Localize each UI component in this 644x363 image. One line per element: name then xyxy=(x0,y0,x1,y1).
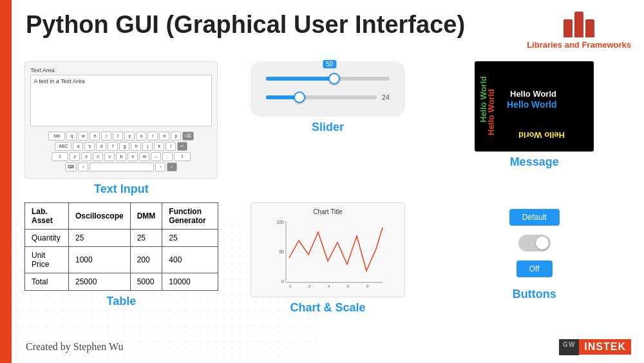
table-row: Total 25000 5000 10000 xyxy=(25,273,218,291)
textarea-label: Text Area xyxy=(30,67,212,74)
slider-1-container: 50 xyxy=(266,77,390,81)
kb-g[interactable]: g xyxy=(119,142,129,151)
kb-q[interactable]: q xyxy=(66,132,77,141)
kb-e[interactable]: e xyxy=(90,132,100,141)
off-button[interactable]: Off xyxy=(516,260,553,277)
td-unit-price-fg: 400 xyxy=(162,247,218,273)
text-input-widget: Text Area A text in a Text Area tab q w … xyxy=(24,61,218,179)
kb-abc[interactable]: ABC xyxy=(55,142,71,151)
chart-svg: 100 50 0 0 2 4 6 8 xyxy=(256,218,399,289)
chart-x-tick-3: 4 xyxy=(328,284,330,288)
kb-j[interactable]: j xyxy=(142,142,153,151)
kb-u[interactable]: u xyxy=(136,132,146,141)
logo-bar-1 xyxy=(564,19,573,37)
toggle-knob xyxy=(536,237,549,250)
left-accent-bar xyxy=(0,0,12,363)
kb-v[interactable]: v xyxy=(104,152,115,161)
logo-bar-2 xyxy=(574,12,583,37)
kb-tab[interactable]: tab xyxy=(48,132,65,141)
chart-line xyxy=(289,228,383,271)
message-svg: Hello World Hello World Hello World Hell… xyxy=(475,61,594,152)
kb-dot[interactable]: . xyxy=(162,152,173,161)
kb-k[interactable]: k xyxy=(154,142,164,151)
kb-b[interactable]: b xyxy=(116,152,126,161)
slider-cell: 50 24 Slider xyxy=(231,61,425,196)
td-quantity-label: Quantity xyxy=(25,230,69,247)
kb-space[interactable] xyxy=(90,162,154,172)
hw-text-yellow: Hello World xyxy=(518,130,565,140)
slider-label: Slider xyxy=(312,121,344,134)
td-total-dmm: 5000 xyxy=(130,273,162,291)
slider-1-track: 50 xyxy=(266,77,390,81)
toggle-switch[interactable] xyxy=(518,235,551,251)
kb-t[interactable]: t xyxy=(113,132,123,141)
kb-f[interactable]: f xyxy=(108,142,118,151)
kb-s[interactable]: s xyxy=(84,142,95,151)
kb-m[interactable]: m xyxy=(139,152,149,161)
th-function-gen: Function Generator xyxy=(162,203,218,230)
table-row: Unit Price 1000 200 400 xyxy=(25,247,218,273)
table-widget: Lab. Asset Oscilloscope DMM Function Gen… xyxy=(24,202,218,291)
slider-2-container: 24 xyxy=(266,93,390,101)
kb-d[interactable]: d xyxy=(96,142,106,151)
slider-1-thumb[interactable]: 50 xyxy=(328,73,340,84)
table-row: Quantity 25 25 25 xyxy=(25,230,218,247)
kb-n[interactable]: n xyxy=(128,152,138,161)
th-lab-asset: Lab. Asset xyxy=(25,203,69,230)
kb-check[interactable]: ✓ xyxy=(167,162,177,172)
chart-x-tick-4: 6 xyxy=(347,284,350,288)
header: Python GUI (Graphical User Interface) Li… xyxy=(26,12,631,50)
th-oscilloscope: Oscilloscope xyxy=(68,203,130,230)
td-quantity-dmm: 25 xyxy=(130,230,162,247)
buttons-label: Buttons xyxy=(513,288,556,301)
kb-shift-r[interactable]: ⇧ xyxy=(174,152,191,161)
kb-c[interactable]: c xyxy=(93,152,103,161)
kb-row-4: ⌨ ‹ › ✓ xyxy=(30,162,212,172)
gw-instek-logo: GW INSTEK xyxy=(559,339,631,355)
kb-y[interactable]: y xyxy=(124,132,135,141)
libraries-label: Libraries and Frameworks xyxy=(527,40,631,50)
kb-left[interactable]: ‹ xyxy=(78,162,88,172)
kb-h[interactable]: h xyxy=(131,142,141,151)
kb-x[interactable]: x xyxy=(81,152,91,161)
kb-backspace[interactable]: ⌫ xyxy=(182,132,194,141)
gw-logo-part: GW xyxy=(559,339,579,355)
kb-p[interactable]: p xyxy=(171,132,181,141)
chart-y-label-100: 100 xyxy=(276,220,284,224)
content-grid: Text Area A text in a Text Area tab q w … xyxy=(24,61,631,315)
kb-l[interactable]: l xyxy=(166,142,176,151)
chart-x-tick-5: 8 xyxy=(366,284,369,288)
th-dmm: DMM xyxy=(130,203,162,230)
slider-1-value: 50 xyxy=(323,60,336,68)
kb-row-3: ⇧ z x c v b n m – . ⇧ xyxy=(30,152,212,161)
textarea-box[interactable]: A text in a Text Area xyxy=(30,75,212,126)
text-input-label: Text Input xyxy=(94,182,149,196)
chart-widget: Chart Title 100 50 0 0 2 4 6 8 xyxy=(251,202,405,297)
kb-row-2: ABC a s d f g h j k l ↵ xyxy=(30,142,212,151)
kb-r[interactable]: r xyxy=(101,132,111,141)
kb-shift-l[interactable]: ⇧ xyxy=(52,152,68,161)
kb-i[interactable]: i xyxy=(147,132,158,141)
default-button[interactable]: Default xyxy=(509,209,560,226)
kb-dash[interactable]: – xyxy=(151,152,161,161)
kb-o[interactable]: o xyxy=(159,132,169,141)
kb-w[interactable]: w xyxy=(78,132,88,141)
table-cell: Lab. Asset Oscilloscope DMM Function Gen… xyxy=(24,202,218,315)
slider-2-thumb[interactable] xyxy=(294,92,305,103)
slider-1-fill xyxy=(266,77,334,81)
kb-z[interactable]: z xyxy=(70,152,80,161)
kb-enter[interactable]: ↵ xyxy=(177,142,187,151)
td-quantity-fg: 25 xyxy=(162,230,218,247)
chart-y-label-0: 0 xyxy=(281,279,284,284)
header-right: Libraries and Frameworks xyxy=(527,12,631,50)
kb-emoji[interactable]: ⌨ xyxy=(65,162,77,172)
table-label: Table xyxy=(106,295,136,308)
data-table: Lab. Asset Oscilloscope DMM Function Gen… xyxy=(24,202,218,291)
chart-title: Chart Title xyxy=(256,208,399,215)
kb-row-1: tab q w e r t y u i o p ⌫ xyxy=(30,132,212,141)
td-unit-price-dmm: 200 xyxy=(130,247,162,273)
td-total-osc: 25000 xyxy=(68,273,130,291)
kb-a[interactable]: a xyxy=(73,142,83,151)
message-cell: Hello World Hello World Hello World Hell… xyxy=(437,61,631,196)
kb-right[interactable]: › xyxy=(155,162,166,172)
